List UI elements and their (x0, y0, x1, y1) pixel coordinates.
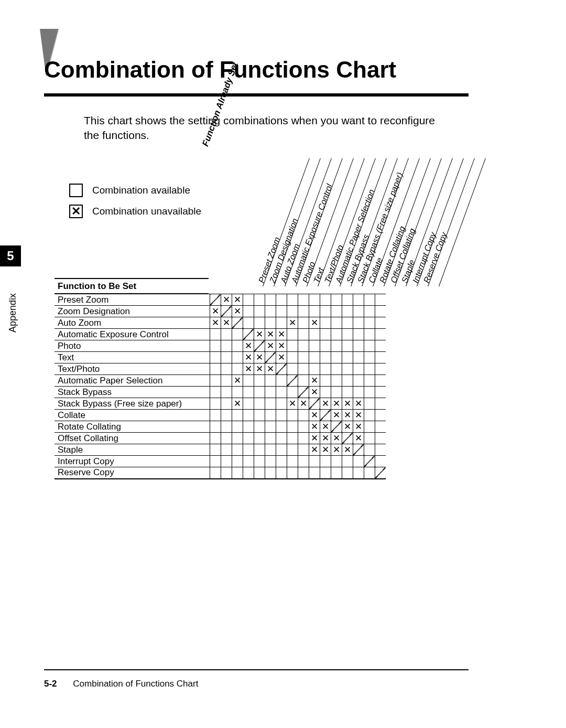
combination-cell (353, 444, 364, 456)
combination-cell: ✕ (265, 329, 276, 340)
combination-cell (320, 467, 331, 479)
combination-cell: ✕ (276, 329, 287, 340)
combination-cell (276, 456, 287, 467)
combination-cell (320, 317, 331, 329)
row-label: Rotate Collating (55, 421, 210, 433)
row-label: Photo (55, 340, 210, 352)
combination-cell (331, 467, 342, 479)
combination-cell (320, 456, 331, 467)
combination-cell (353, 467, 364, 479)
combination-cell (353, 387, 364, 398)
combination-cell: ✕ (254, 329, 265, 340)
combination-cell (375, 375, 386, 387)
combination-cell (276, 444, 287, 456)
combination-cell (287, 352, 298, 363)
combination-cell (210, 467, 221, 479)
combination-cell (221, 306, 232, 317)
combination-cell (375, 456, 386, 467)
combination-cell (276, 410, 287, 421)
combination-cell (243, 433, 254, 444)
combination-cell (265, 375, 276, 387)
combination-cell (309, 467, 320, 479)
combination-cell (232, 352, 243, 363)
combination-cell: ✕ (221, 294, 232, 306)
combination-cell (353, 363, 364, 375)
combination-cell (364, 340, 375, 352)
combination-cell: ✕ (320, 444, 331, 456)
combination-cell (276, 294, 287, 306)
combination-cell (276, 398, 287, 410)
combination-cell (221, 421, 232, 433)
combination-cell (287, 433, 298, 444)
combination-cell (210, 329, 221, 340)
combination-cell (221, 444, 232, 456)
combination-cell (320, 340, 331, 352)
combination-cell (364, 444, 375, 456)
combination-cell (320, 387, 331, 398)
combination-cell: ✕ (221, 317, 232, 329)
combination-cell (364, 456, 375, 467)
combination-cell (364, 329, 375, 340)
row-label: Offset Collating (55, 433, 210, 444)
combination-cell (309, 398, 320, 410)
row-label: Stack Bypass (Free size paper) (55, 398, 210, 410)
combination-cell: ✕ (287, 398, 298, 410)
combination-cell: ✕ (265, 340, 276, 352)
legend-available-icon (69, 184, 83, 197)
row-label: Automatic Paper Selection (55, 375, 210, 387)
combination-cell (254, 387, 265, 398)
combination-cell (342, 329, 353, 340)
combination-cell (342, 352, 353, 363)
combination-cell (375, 421, 386, 433)
row-label: Automatic Exposure Control (55, 329, 210, 340)
combination-cell (243, 421, 254, 433)
combination-cell: ✕ (353, 398, 364, 410)
combination-cell (210, 456, 221, 467)
combination-cell (221, 352, 232, 363)
combination-cell (298, 317, 309, 329)
combination-cell (309, 363, 320, 375)
combination-cell (210, 340, 221, 352)
footer-rule (44, 669, 469, 670)
combination-cell (243, 294, 254, 306)
combination-cell (364, 433, 375, 444)
combination-cell (276, 317, 287, 329)
combination-cell (364, 363, 375, 375)
combination-cell (243, 387, 254, 398)
combination-cell (276, 467, 287, 479)
combination-cell (254, 410, 265, 421)
combination-cell (232, 467, 243, 479)
combination-cell (375, 294, 386, 306)
combination-cell (298, 387, 309, 398)
page-footer: 5-2 Combination of Functions Chart (44, 679, 198, 689)
combination-cell (375, 433, 386, 444)
combination-cell (276, 363, 287, 375)
combination-cell (232, 410, 243, 421)
combination-cell (353, 340, 364, 352)
row-axis-title: Function to Be Set (55, 278, 209, 294)
combination-cell (254, 375, 265, 387)
combination-cell (221, 467, 232, 479)
combination-cell: ✕ (331, 433, 342, 444)
combination-cell: ✕ (265, 363, 276, 375)
combination-cell: ✕ (309, 387, 320, 398)
combination-cell (309, 294, 320, 306)
combination-cell (243, 329, 254, 340)
combination-cell (254, 456, 265, 467)
combination-cell (254, 433, 265, 444)
combination-cell (320, 375, 331, 387)
combination-cell (364, 306, 375, 317)
combination-cell (298, 421, 309, 433)
intro-text: This chart shows the setting combination… (84, 113, 451, 143)
combination-cell (298, 306, 309, 317)
combination-cell (221, 340, 232, 352)
combination-cell (210, 398, 221, 410)
combination-cell: ✕ (320, 421, 331, 433)
combination-cell: ✕ (320, 398, 331, 410)
combination-cell (342, 433, 353, 444)
combination-cell (320, 363, 331, 375)
combination-cell (375, 363, 386, 375)
combination-cell (287, 387, 298, 398)
combination-cell (265, 421, 276, 433)
combination-cell (320, 329, 331, 340)
